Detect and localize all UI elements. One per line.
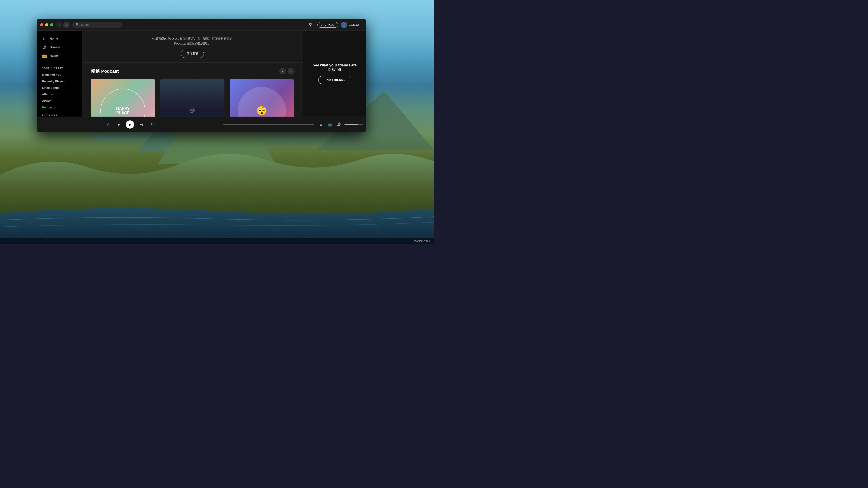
player-right-controls: ☰ 📺 🔊 [317, 121, 363, 128]
podcast-card-happy-place[interactable]: HAPPYPLACE Happy Place Fearne Cotton tal… [91, 79, 155, 117]
sidebar-item-liked-songs[interactable]: Liked Songs [37, 85, 82, 91]
sidebar-item-browse[interactable]: ◎ Browse [38, 43, 80, 51]
navigation-buttons: ‹ › [56, 22, 70, 28]
content-area: 你最喜愛的 Podcast 會在此顯示。在「瀏覽」頁面探索有趣的 Podcast… [82, 31, 303, 117]
radio-icon: 📻 [42, 53, 46, 58]
podcast-card-sleep-with-me[interactable]: 😴 Sleep With Me Insomnia? Mind racing at… [230, 79, 294, 117]
devices-button[interactable]: 📺 [327, 121, 334, 128]
your-library-label: YOUR LIBRARY [37, 65, 82, 71]
podcast-icon-button[interactable]: 🎙 [307, 21, 315, 29]
volume-bar[interactable] [344, 124, 363, 125]
podcast-card-chernobyl[interactable]: ☢ The Chernobyl Podcast The official pod… [160, 79, 224, 117]
previous-button[interactable]: ⏮ [115, 121, 122, 128]
volume-area: 🔊 [336, 121, 363, 128]
search-bar[interactable]: 🔍 [72, 22, 122, 28]
close-button[interactable] [40, 23, 43, 26]
taskbar: www.MacW.com [0, 238, 434, 244]
sidebar-item-made-for-you[interactable]: Made For You [37, 71, 82, 78]
search-input[interactable] [81, 23, 119, 26]
sidebar-item-podcasts[interactable]: Podcasts [37, 104, 82, 111]
nav-section: ⌂ Home ◎ Browse 📻 Radio [37, 34, 82, 60]
sidebar-item-radio[interactable]: 📻 Radio [38, 51, 80, 60]
forward-button[interactable]: › [63, 22, 70, 28]
home-label: Home [50, 37, 58, 40]
player-bar: ⇄ ⏮ ▶ ⏭ ↻ ☰ 📺 🔊 [37, 117, 366, 132]
volume-fill [344, 124, 358, 125]
search-icon: 🔍 [75, 23, 79, 26]
friends-title: See what your friends are playing [309, 63, 361, 71]
traffic-lights [40, 23, 53, 26]
podcast-artwork-chernobyl: ☢ [160, 79, 224, 117]
podcast-artwork-sleep-with-me: 😴 [230, 79, 294, 117]
section-prev-button[interactable]: ‹ [279, 68, 286, 74]
home-icon: ⌂ [42, 36, 46, 41]
section-navigation: ‹ › [279, 68, 294, 74]
section-title: 精選 Podcast [91, 68, 119, 74]
taskbar-url: www.MacW.com [414, 240, 430, 242]
podcast-banner: 你最喜愛的 Podcast 會在此顯示。在「瀏覽」頁面探索有趣的 Podcast… [82, 31, 303, 63]
playlists-label: PLAYLISTS [37, 112, 82, 117]
section-next-button[interactable]: › [287, 68, 294, 74]
podcast-banner-text: 你最喜愛的 Podcast 會在此顯示。在「瀏覽」頁面探索有趣的 Podcast… [91, 36, 294, 46]
repeat-button[interactable]: ↻ [149, 121, 156, 128]
find-friends-button[interactable]: FIND FRIENDS [318, 76, 351, 84]
player-controls: ⇄ ⏮ ▶ ⏭ ↻ [40, 121, 220, 129]
featured-section: 精選 Podcast ‹ › HAPPYPLACE [82, 63, 303, 117]
main-area: ⌂ Home ◎ Browse 📻 Radio YOUR LIBRARY Mad… [37, 31, 366, 117]
radio-label: Radio [50, 54, 58, 57]
sidebar-item-recently-played[interactable]: Recently Played [37, 78, 82, 85]
minimize-button[interactable] [45, 23, 49, 26]
friends-panel: See what your friends are playing FIND F… [303, 31, 366, 117]
user-area[interactable]: 👤 123123 [341, 22, 359, 28]
sidebar: ⌂ Home ◎ Browse 📻 Radio YOUR LIBRARY Mad… [37, 31, 82, 117]
avatar: 👤 [341, 22, 347, 28]
section-header: 精選 Podcast ‹ › [91, 68, 294, 74]
queue-button[interactable]: ☰ [317, 121, 324, 128]
sidebar-item-home[interactable]: ⌂ Home [38, 34, 80, 43]
title-bar: ‹ › 🔍 🎙 UPGRADE 👤 123123 › [37, 19, 366, 31]
podcast-artwork-happy-place: HAPPYPLACE [91, 79, 155, 117]
maximize-button[interactable] [50, 23, 53, 26]
play-pause-button[interactable]: ▶ [126, 121, 134, 129]
podcast-grid: HAPPYPLACE Happy Place Fearne Cotton tal… [91, 79, 294, 117]
browse-button[interactable]: 前往瀏覽 [181, 50, 204, 58]
progress-bar[interactable] [223, 124, 314, 125]
upgrade-button[interactable]: UPGRADE [317, 22, 338, 28]
browse-label: Browse [50, 45, 60, 49]
next-button[interactable]: ⏭ [138, 121, 145, 128]
app-window: ‹ › 🔍 🎙 UPGRADE 👤 123123 › ⌂ Home ◎ [37, 19, 366, 132]
happy-place-art-text: HAPPYPLACE [116, 106, 130, 116]
shuffle-button[interactable]: ⇄ [104, 121, 112, 128]
sleep-art-emoji: 😴 [238, 87, 286, 117]
volume-icon: 🔊 [336, 121, 343, 128]
sidebar-item-albums[interactable]: Albums [37, 91, 82, 98]
chernobyl-art-placeholder: ☢ [189, 107, 195, 115]
chevron-right-icon[interactable]: › [362, 23, 363, 27]
browse-icon: ◎ [42, 44, 46, 50]
sidebar-item-artists[interactable]: Artists [37, 98, 82, 104]
back-button[interactable]: ‹ [56, 22, 62, 28]
username-label: 123123 [349, 23, 359, 26]
